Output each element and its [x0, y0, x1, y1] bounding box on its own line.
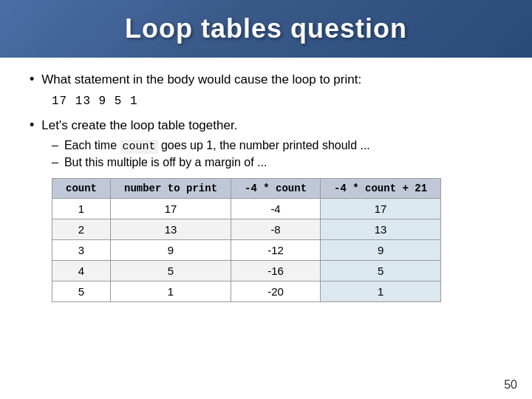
table-row: 117-417	[52, 198, 441, 219]
col-header-count: count	[52, 178, 111, 198]
cell-r1-c2: 17	[111, 198, 231, 219]
cell-r1-c4: 17	[321, 198, 441, 219]
code-sequence: 17 13 9 5 1	[52, 95, 502, 108]
loop-table: count number to print -4 * count -4 * co…	[52, 178, 441, 302]
cell-r2-c2: 13	[111, 219, 231, 239]
col-header-formula2: -4 * count + 21	[321, 178, 441, 198]
col-header-formula1: -4 * count	[231, 178, 321, 198]
page-number: 50	[504, 378, 517, 392]
cell-r3-c4: 9	[321, 239, 441, 260]
cell-r5-c1: 5	[52, 281, 111, 301]
bullet-1: • What statement in the body would cause…	[30, 71, 502, 89]
bullet-dot-2: •	[30, 117, 34, 133]
cell-r1-c1: 1	[52, 198, 111, 219]
bullet-1-text: What statement in the body would cause t…	[41, 71, 361, 89]
cell-r2-c3: -8	[231, 219, 321, 239]
sub-bullet-1: – Each time count goes up 1, the number …	[52, 139, 502, 153]
cell-r3-c1: 3	[52, 239, 111, 260]
table-row: 51-201	[52, 281, 441, 301]
code-count: count	[120, 140, 158, 154]
cell-r4-c1: 4	[52, 260, 111, 281]
cell-r4-c2: 5	[111, 260, 231, 281]
bullet-2: • Let's create the loop table together.	[30, 117, 502, 134]
header-row: count number to print -4 * count -4 * co…	[52, 178, 441, 198]
table-body: 117-417213-81339-12945-16551-201	[52, 198, 441, 301]
content-area: • What statement in the body would cause…	[0, 58, 532, 310]
bullet-1-prefix: What statement in the body would cause t…	[41, 72, 361, 86]
header: Loop tables question	[0, 0, 532, 58]
cell-r5-c3: -20	[231, 281, 321, 301]
dash-1: –	[52, 139, 58, 152]
cell-r3-c2: 9	[111, 239, 231, 260]
bullet-2-text: Let's create the loop table together.	[41, 117, 237, 134]
cell-r5-c4: 1	[321, 281, 441, 301]
table-header: count number to print -4 * count -4 * co…	[52, 178, 441, 198]
dash-2: –	[52, 156, 58, 169]
table-row: 45-165	[52, 260, 441, 281]
col-header-number-to-print: number to print	[111, 178, 231, 198]
cell-r4-c3: -16	[231, 260, 321, 281]
table-row: 39-129	[52, 239, 441, 260]
cell-r2-c1: 2	[52, 219, 111, 239]
bullet-dot-1: •	[30, 72, 34, 87]
page-title: Loop tables question	[125, 13, 407, 44]
cell-r1-c3: -4	[231, 198, 321, 219]
cell-r3-c3: -12	[231, 239, 321, 260]
sub-bullet-2: – But this multiple is off by a margin o…	[52, 156, 502, 169]
cell-r4-c4: 5	[321, 260, 441, 281]
sub-bullet-2-text: But this multiple is off by a margin of …	[64, 156, 267, 169]
sub-bullets: – Each time count goes up 1, the number …	[52, 139, 502, 169]
cell-r5-c2: 1	[111, 281, 231, 301]
sub-bullet-1-text: Each time count goes up 1, the number pr…	[64, 139, 370, 153]
cell-r2-c4: 13	[321, 219, 441, 239]
table-row: 213-813	[52, 219, 441, 239]
table-container: count number to print -4 * count -4 * co…	[52, 178, 502, 302]
